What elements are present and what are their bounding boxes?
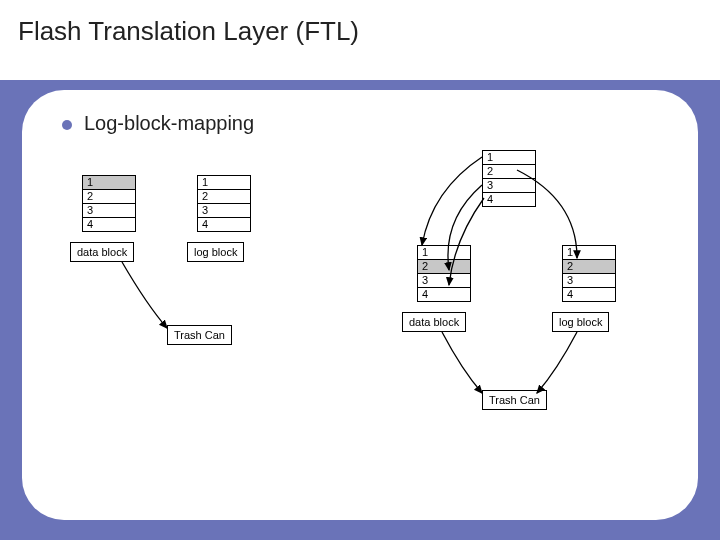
table-row: 3 (198, 204, 250, 218)
table-row: 1 (483, 151, 535, 165)
table-row: 4 (198, 218, 250, 231)
table-row: 2 (563, 260, 615, 274)
right-data-label: data block (402, 312, 466, 332)
table-row: 1 (563, 246, 615, 260)
arrows (22, 90, 698, 520)
table-row: 4 (418, 288, 470, 301)
table-row: 1 (418, 246, 470, 260)
left-trash-label: Trash Can (167, 325, 232, 345)
left-log-label: log block (187, 242, 244, 262)
table-row: 2 (83, 190, 135, 204)
table-row: 4 (483, 193, 535, 206)
table-row: 3 (83, 204, 135, 218)
right-log-table: 1 2 3 4 (562, 245, 616, 302)
table-row: 1 (83, 176, 135, 190)
diagram: 1 2 3 4 data block 1 2 3 4 log block Tra… (22, 90, 698, 520)
right-trash-label: Trash Can (482, 390, 547, 410)
slide-body: Log-block-mapping 1 2 3 4 data block 1 2… (22, 90, 698, 520)
table-row: 4 (563, 288, 615, 301)
left-data-table: 1 2 3 4 (82, 175, 136, 232)
slide-title: Flash Translation Layer (FTL) (18, 16, 359, 47)
table-row: 3 (483, 179, 535, 193)
left-data-label: data block (70, 242, 134, 262)
table-row: 4 (83, 218, 135, 231)
table-row: 2 (483, 165, 535, 179)
table-row: 1 (198, 176, 250, 190)
table-row: 2 (418, 260, 470, 274)
slide-header: Flash Translation Layer (FTL) (0, 0, 720, 83)
right-data-table: 1 2 3 4 (417, 245, 471, 302)
right-log-label: log block (552, 312, 609, 332)
right-top-table: 1 2 3 4 (482, 150, 536, 207)
table-row: 3 (418, 274, 470, 288)
left-log-table: 1 2 3 4 (197, 175, 251, 232)
table-row: 2 (198, 190, 250, 204)
table-row: 3 (563, 274, 615, 288)
